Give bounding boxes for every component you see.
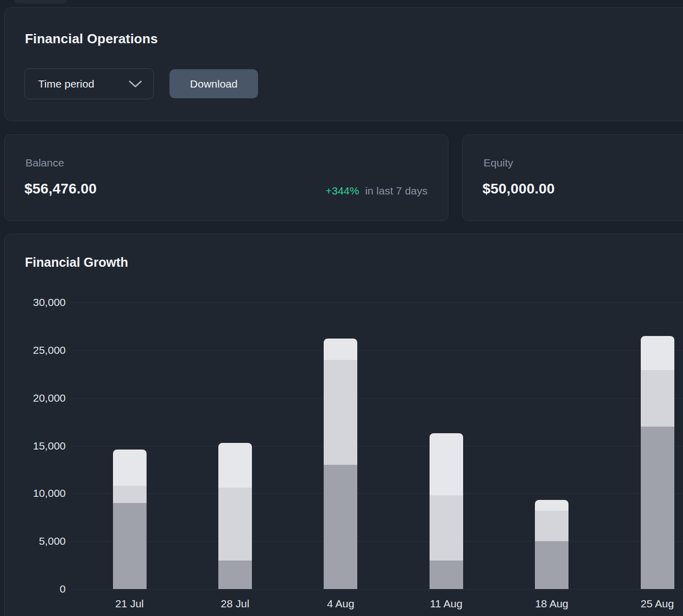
bar-21-jul (113, 450, 147, 589)
equity-card: Equity $50,000.00 (462, 134, 683, 221)
bar-segment-top (113, 450, 147, 486)
y-axis-tick-label: 5,000 (5, 534, 66, 548)
bar-segment-top (324, 339, 357, 359)
balance-change-period: in last 7 days (365, 185, 428, 197)
balance-value: $56,476.00 (24, 181, 97, 197)
gridline (72, 350, 683, 351)
bar-segment-bottom (641, 427, 674, 589)
bar-segment-middle (430, 495, 463, 561)
bar-segment-middle (113, 486, 147, 503)
gridline (72, 589, 683, 590)
dashboard-page: Financial Operations Time period Downloa… (0, 0, 683, 616)
y-axis-tick-label: 20,000 (5, 391, 66, 405)
financial-operations-card: Financial Operations Time period Downloa… (4, 7, 683, 121)
cutoff-element (14, 0, 67, 4)
bar-segment-bottom (430, 561, 463, 589)
bar-segment-top (641, 336, 674, 371)
financial-growth-card: Financial Growth 30,00025,00020,00015,00… (4, 234, 683, 616)
bar-4-aug (324, 339, 357, 589)
bar-18-aug (535, 500, 568, 589)
y-axis-tick-label: 10,000 (5, 486, 66, 500)
bar-segment-top (218, 443, 252, 488)
time-period-label: Time period (38, 78, 94, 90)
gridline (72, 398, 683, 399)
bar-segment-bottom (113, 503, 147, 589)
bar-segment-middle (535, 511, 568, 541)
bar-25-aug (641, 336, 674, 589)
y-axis-tick-label: 25,000 (5, 343, 66, 357)
x-axis-tick-label: 18 Aug (514, 597, 590, 611)
gridline (72, 446, 683, 446)
y-axis-tick-label: 30,000 (5, 295, 66, 310)
x-axis-tick-label: 28 Jul (197, 597, 273, 611)
gridline (72, 541, 683, 542)
balance-card: Balance $56,476.00 +344% in last 7 days (4, 134, 448, 221)
x-axis-tick-label: 4 Aug (302, 597, 379, 611)
bar-segment-middle (218, 488, 252, 561)
balance-change-row: +344% in last 7 days (326, 185, 428, 197)
gridline (72, 302, 683, 303)
bar-segment-middle (324, 360, 357, 465)
time-period-dropdown[interactable]: Time period (24, 68, 154, 99)
equity-label: Equity (483, 157, 513, 169)
chart-plot: 30,00025,00020,00015,00010,0005,000021 J… (5, 234, 683, 616)
x-axis-tick-label: 25 Aug (619, 597, 683, 611)
bar-28-jul (218, 443, 252, 589)
x-axis-tick-label: 11 Aug (408, 597, 485, 611)
chevron-down-icon (129, 80, 142, 88)
x-axis-tick-label: 21 Jul (92, 597, 168, 611)
equity-value: $50,000.00 (482, 181, 555, 197)
bar-segment-bottom (535, 541, 568, 589)
y-axis-tick-label: 15,000 (5, 439, 66, 453)
download-button[interactable]: Download (169, 69, 258, 98)
balance-change-percent: +344% (326, 185, 359, 197)
gridline (72, 493, 683, 494)
bar-segment-top (535, 500, 568, 511)
bar-segment-top (430, 433, 463, 495)
bar-11-aug (430, 433, 463, 589)
financial-operations-title: Financial Operations (25, 31, 158, 47)
y-axis-tick-label: 0 (5, 582, 66, 596)
bar-segment-bottom (218, 561, 252, 589)
balance-label: Balance (25, 157, 64, 169)
bar-segment-bottom (324, 465, 357, 589)
bar-segment-middle (641, 370, 674, 427)
